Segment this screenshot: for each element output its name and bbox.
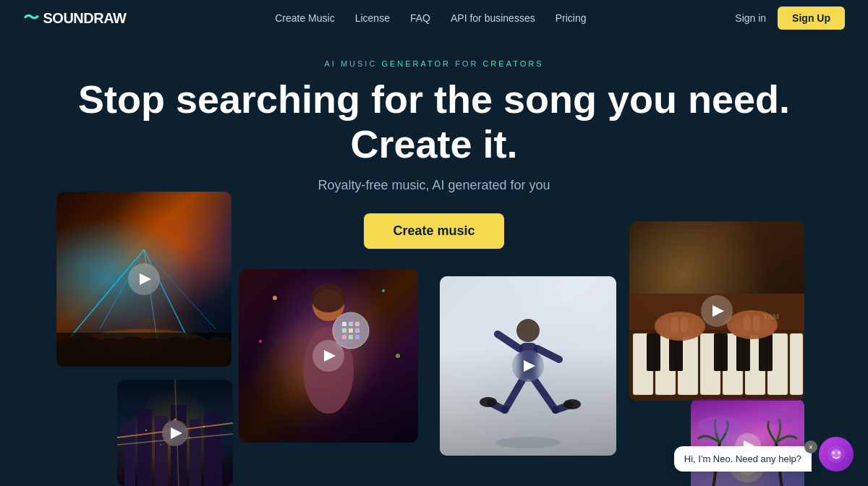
nav-api[interactable]: API for businesses [451,12,535,24]
neo-icon [826,444,846,464]
chat-bubble: × Hi, I'm Neo. Need any help? [674,446,812,472]
nav-faq[interactable]: FAQ [410,12,430,24]
nav-license[interactable]: License [355,12,390,24]
hero-title-line2: Create it. [350,122,517,166]
piano-image: YAM [629,221,804,401]
svg-rect-64 [759,333,773,371]
svg-rect-29 [349,328,353,333]
svg-point-84 [698,416,741,433]
disco-image [239,269,418,443]
svg-rect-8 [137,409,152,486]
chat-avatar-button[interactable] [819,437,854,472]
nav-links: Create Music License FAQ API for busines… [275,12,586,25]
navbar: 〜 SOUNDRAW Create Music License FAQ API … [0,0,868,36]
logo[interactable]: 〜 SOUNDRAW [23,7,126,29]
svg-point-34 [273,296,277,300]
svg-point-89 [838,451,841,454]
logo-text: SOUNDRAW [43,10,127,27]
concert-play-button[interactable] [128,263,160,295]
svg-rect-32 [349,335,353,339]
svg-point-49 [563,399,581,409]
svg-point-16 [145,430,147,431]
sign-up-button[interactable]: Sign Up [778,7,845,30]
svg-rect-75 [753,315,760,331]
svg-point-19 [160,444,161,446]
piano-play-button[interactable] [701,295,733,327]
svg-rect-63 [736,333,750,371]
disco-play-button[interactable] [312,340,344,372]
svg-rect-59 [790,333,803,395]
svg-point-35 [382,289,385,292]
svg-rect-31 [342,335,346,339]
svg-rect-73 [734,317,741,331]
city-image [117,380,233,486]
svg-point-39 [495,437,561,448]
dancer-image [440,276,616,456]
svg-rect-33 [355,335,359,339]
svg-rect-12 [204,412,222,486]
svg-rect-68 [671,317,678,333]
concert-image [56,192,231,367]
hero-title-line1: Stop searching for the song you need. [78,77,790,121]
logo-icon: 〜 [23,7,39,29]
nav-pricing[interactable]: Pricing [556,12,587,24]
svg-rect-62 [714,333,728,371]
svg-point-40 [516,319,540,342]
svg-rect-25 [342,322,346,326]
card-city [117,380,233,486]
svg-line-0 [71,250,144,336]
svg-point-85 [760,410,796,425]
sign-in-button[interactable]: Sign in [735,12,766,24]
card-piano: YAM [629,221,804,401]
svg-point-36 [259,340,262,343]
svg-rect-70 [690,319,697,332]
svg-point-20 [189,437,190,438]
dancer-play-button[interactable] [512,350,544,382]
card-concert [56,192,231,367]
chat-close-button[interactable]: × [804,440,817,453]
card-dancer [440,276,616,456]
svg-rect-74 [744,315,751,331]
svg-point-48 [480,397,497,407]
nav-actions: Sign in Sign Up [735,7,845,30]
svg-rect-69 [681,317,688,333]
card-disco [239,269,418,443]
svg-rect-67 [662,319,669,333]
hero-tagline: AI MUSIC GENERATOR FOR CREATORS [0,59,868,68]
svg-point-37 [396,354,400,358]
city-play-button[interactable] [162,420,188,446]
chatbot-widget: × Hi, I'm Neo. Need any help? [674,437,854,472]
svg-point-18 [203,426,205,427]
svg-rect-26 [349,322,353,326]
nav-create-music[interactable]: Create Music [275,12,334,24]
chat-message: Hi, I'm Neo. Need any help? [684,453,801,464]
svg-rect-30 [355,328,359,333]
svg-rect-28 [342,328,346,333]
svg-text:YAM: YAM [763,312,779,320]
svg-point-22 [311,284,346,312]
svg-rect-27 [355,322,359,326]
hero-title: Stop searching for the song you need. Cr… [0,77,868,166]
svg-rect-11 [190,419,201,486]
svg-rect-60 [647,333,660,371]
svg-rect-7 [124,423,135,486]
create-music-button[interactable]: Create music [364,213,503,249]
svg-point-88 [832,451,835,454]
